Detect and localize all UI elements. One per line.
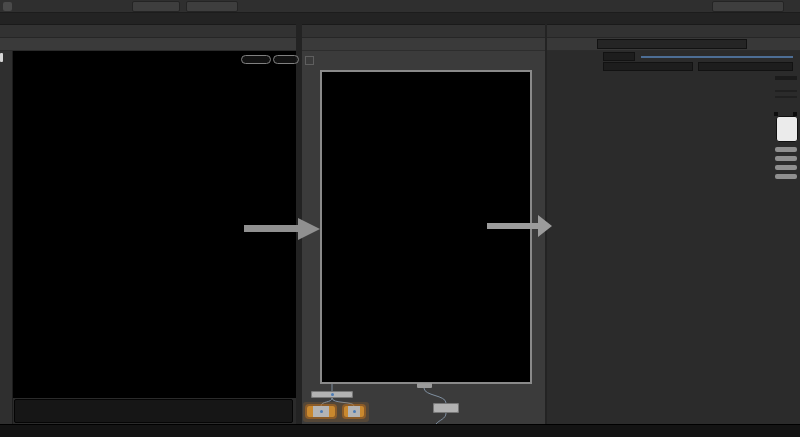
node-flag[interactable]: [331, 393, 334, 396]
ramp-color-swatch[interactable]: [776, 116, 798, 142]
fuse-x-icon: [433, 403, 459, 413]
node-name-field[interactable]: [597, 39, 747, 49]
node-connectivity1[interactable]: [311, 391, 353, 398]
param-strip-slider-1[interactable]: [775, 90, 797, 92]
node-fuse1[interactable]: [433, 403, 459, 413]
ramp-preset-bar-1[interactable]: [775, 147, 797, 152]
status-bar: [0, 424, 800, 437]
left-toolbar: [0, 51, 13, 424]
camera-persp-button[interactable]: [241, 55, 271, 64]
node-flag[interactable]: [320, 410, 323, 413]
radius-y-field[interactable]: [698, 62, 793, 71]
camera-select-button[interactable]: [273, 55, 299, 64]
param-strip-field[interactable]: [775, 76, 797, 80]
workflow-arrow-2: [483, 206, 563, 248]
right-path-bar: [547, 25, 800, 38]
ramp-preset-bar-4[interactable]: [775, 174, 797, 179]
stone-column-render: [553, 72, 772, 399]
network-menu-bar: [302, 38, 545, 51]
menubar: [0, 0, 800, 13]
left-path-bar: [0, 25, 296, 38]
left-pane-tabbar: [0, 13, 296, 25]
node-foreach-begin2[interactable]: [307, 406, 335, 417]
workflow-arrow-1: [240, 210, 330, 250]
plain-cylinder-model: [65, 78, 195, 378]
viewport-header: [0, 38, 296, 51]
height-value-field[interactable]: [603, 52, 635, 61]
houdini-window: [0, 0, 800, 437]
main-right-combo[interactable]: [712, 1, 784, 12]
houdini-logo-icon: [3, 2, 12, 11]
middle-path-bar: [302, 25, 545, 38]
height-slider-handle[interactable]: [0, 53, 3, 62]
height-slider-track[interactable]: [641, 56, 793, 58]
ramp-preset-bar-3[interactable]: [775, 165, 797, 170]
middle-pane-tabbar: [302, 13, 545, 25]
node-flag[interactable]: [353, 410, 356, 413]
right-pane-tabbar: [547, 13, 800, 25]
node-foreach-begin2-metadata[interactable]: [344, 406, 364, 417]
ramp-preset-bar-2[interactable]: [775, 156, 797, 161]
desktop-main-combo[interactable]: [186, 1, 238, 12]
param-strip-slider-2[interactable]: [775, 96, 797, 98]
radius-x-field[interactable]: [603, 62, 693, 71]
network-overview-icon[interactable]: [305, 56, 314, 65]
desktop-build-combo[interactable]: [132, 1, 180, 12]
viewport-help-message: [14, 399, 293, 423]
